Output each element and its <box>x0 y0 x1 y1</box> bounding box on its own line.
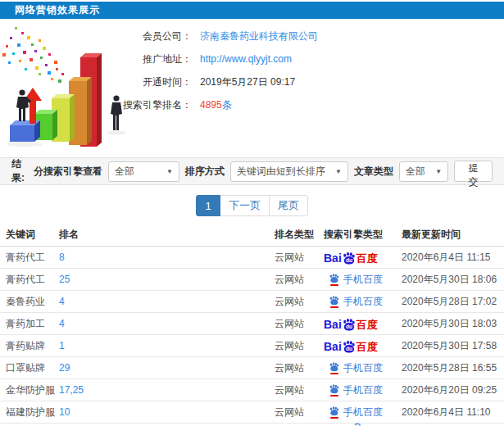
rank-link[interactable]: 25 <box>59 274 70 285</box>
confetti-dots <box>2 27 64 83</box>
pagination-last-button[interactable]: 尾页 <box>269 195 308 216</box>
pagination-next-button[interactable]: 下一页 <box>220 195 270 216</box>
rank-link[interactable]: 10 <box>59 406 70 418</box>
member-company-link[interactable]: 济南秦鲁药业科技有限公司 <box>200 29 318 43</box>
rank-link[interactable]: 4 <box>59 296 65 307</box>
col-header-keyword: 关键词 <box>0 228 59 242</box>
baidu-paw-icon: du <box>342 340 356 354</box>
baidu-pc-logo-icon: Bai du 百度 <box>324 318 378 330</box>
keyword-ranking-table: 关键词 排名 排名类型 搜索引擎类型 最新更新时间 膏药代工 8 云网站 Bai… <box>0 223 504 424</box>
engine-rank-row: 搜索引擎排名： 4895条 <box>113 93 318 116</box>
engine-view-select[interactable]: 全部 ▼ <box>108 161 179 182</box>
baidu-paw-icon <box>329 362 339 372</box>
logo-underline <box>330 306 338 308</box>
sort-select[interactable]: 关键词由短到长排序 ▼ <box>230 161 348 182</box>
updated-time-cell: 2020年5月28日 17:02 <box>402 295 504 309</box>
mobile-baidu-label: 手机百度 <box>343 361 383 375</box>
table-header-row: 关键词 排名 排名类型 搜索引擎类型 最新更新时间 <box>0 223 504 247</box>
col-header-rank: 排名 <box>59 228 275 242</box>
table-row: 秦鲁药业 4 云网站 Bai du 百度 <box>0 291 504 313</box>
member-company-label: 会员公司： <box>113 29 192 43</box>
updated-time-cell: 2020年5月30日 18:06 <box>402 273 504 287</box>
rank-type-cell: 云网站 <box>275 361 324 375</box>
col-header-updated: 最新更新时间 <box>402 228 504 242</box>
article-type-filter-label: 文章类型 <box>354 165 393 179</box>
mobile-baidu-logo-icon: 手机百度 <box>329 383 383 397</box>
updated-time-cell: 2020年5月30日 17:58 <box>402 339 504 353</box>
engine-type-cell: Bai du 百度 <box>324 361 402 375</box>
baidu-paw-icon <box>329 384 339 394</box>
promo-url-link[interactable]: http://www.qlyyjt.com <box>200 53 292 65</box>
table-row: 膏药加工 4 云网站 Bai du 百度 <box>0 313 504 335</box>
table-row: 膏药代工 25 云网站 Bai du 百度 <box>0 269 504 291</box>
article-type-select[interactable]: 全部 ▼ <box>399 161 448 182</box>
engine-type-cell: Bai du 百度 <box>324 340 402 352</box>
engine-rank-value: 4895条 <box>200 98 232 112</box>
mobile-baidu-label: 手机百度 <box>343 383 383 397</box>
member-info-panel: 会员公司： 济南秦鲁药业科技有限公司 推广地址： http://www.qlyy… <box>113 25 318 116</box>
keyword-cell: 金华防护服 <box>0 383 59 397</box>
table-body: 膏药代工 8 云网站 Bai du 百度 <box>0 247 504 424</box>
updated-time-cell: 2020年6月20日 09:25 <box>402 383 504 397</box>
baidu-paw-icon <box>351 423 364 426</box>
keyword-cell: 膏药代工 <box>0 273 59 287</box>
promo-url-row: 推广地址： http://www.qlyyjt.com <box>113 48 318 70</box>
baidu-pc-logo-icon: Bai du 百度 <box>324 340 378 352</box>
logo-underline <box>330 284 338 286</box>
sort-filter-label: 排序方式 <box>185 165 225 179</box>
baidu-paw-icon <box>329 296 339 306</box>
baidu-pc-logo-icon: Bai du 百度 <box>324 252 378 264</box>
keyword-cell: 福建防护服 <box>0 406 59 419</box>
svg-text:du: du <box>346 257 352 263</box>
keyword-cell: 膏药贴牌 <box>0 339 59 353</box>
table-row: 膏药代工 8 云网站 Bai du 百度 <box>0 247 504 269</box>
mobile-baidu-logo-icon: 手机百度 <box>329 361 383 375</box>
table-row: 金华防护服 17,25 云网站 Bai du 百度 <box>0 379 504 401</box>
mobile-baidu-logo-icon: 手机百度 <box>329 406 383 419</box>
page-title: 网络营销效果展示 <box>15 3 100 17</box>
baidu-paw-icon: du <box>342 252 356 265</box>
rank-link[interactable]: 8 <box>59 252 65 263</box>
rank-unit: 条 <box>222 99 232 111</box>
rank-link[interactable]: 4 <box>59 318 65 329</box>
submit-button[interactable]: 提交 <box>454 161 493 182</box>
rank-type-cell: 云网站 <box>275 406 324 419</box>
table-row: 膏药贴牌 1 云网站 Bai du 百度 <box>0 335 504 357</box>
engine-type-cell: Bai du 百度 <box>324 406 402 419</box>
svg-text:du: du <box>346 324 352 329</box>
keyword-cell: 口罩贴牌 <box>0 361 59 375</box>
pagination-page-1[interactable]: 1 <box>196 195 220 216</box>
updated-time-cell: 2020年6月4日 11:15 <box>402 251 504 265</box>
table-row: 口罩贴牌 29 云网站 Bai du 百度 <box>0 357 504 379</box>
results-filter-bar: 结果: 分搜索引擎查看 全部 ▼ 排序方式 关键词由短到长排序 ▼ 文章类型 全… <box>0 157 504 185</box>
open-time-row: 开通时间： 2019年5月27日 09:17 <box>113 70 318 93</box>
rank-type-cell: 云网站 <box>275 383 324 397</box>
article-type-selected-value: 全部 <box>406 165 425 179</box>
keyword-cell: 膏药代工 <box>0 251 59 265</box>
filters-group: 分搜索引擎查看 全部 ▼ 排序方式 关键词由短到长排序 ▼ 文章类型 全部 ▼ … <box>34 161 493 182</box>
baidu-paw-icon: du <box>342 318 356 332</box>
rank-type-cell: 云网站 <box>275 339 324 353</box>
partial-next-row <box>0 423 504 426</box>
baidu-paw-icon <box>329 406 339 416</box>
mobile-baidu-logo-icon: 手机百度 <box>329 273 383 287</box>
svg-text:du: du <box>346 346 352 351</box>
col-header-rank-type: 排名类型 <box>275 228 324 242</box>
keyword-cell: 秦鲁药业 <box>0 295 59 309</box>
rank-link[interactable]: 17,25 <box>59 384 84 396</box>
promo-url-label: 推广地址： <box>113 52 192 66</box>
page-title-bar: 网络营销效果展示 <box>0 2 504 19</box>
logo-underline <box>330 417 338 419</box>
rank-link[interactable]: 1 <box>59 340 65 351</box>
keyword-cell: 膏药加工 <box>0 317 59 331</box>
engine-view-filter-label: 分搜索引擎查看 <box>34 165 102 179</box>
baidu-paw-icon <box>329 274 339 283</box>
updated-time-cell: 2020年5月30日 18:03 <box>402 317 504 331</box>
engine-type-cell: Bai du 百度 <box>324 383 402 397</box>
mobile-baidu-label: 手机百度 <box>343 295 383 309</box>
engine-type-cell: Bai du 百度 <box>324 252 402 264</box>
member-company-row: 会员公司： 济南秦鲁药业科技有限公司 <box>113 25 318 48</box>
updated-time-cell: 2020年5月28日 16:55 <box>402 361 504 375</box>
col-header-engine-type: 搜索引擎类型 <box>324 228 402 242</box>
rank-link[interactable]: 29 <box>59 362 70 374</box>
